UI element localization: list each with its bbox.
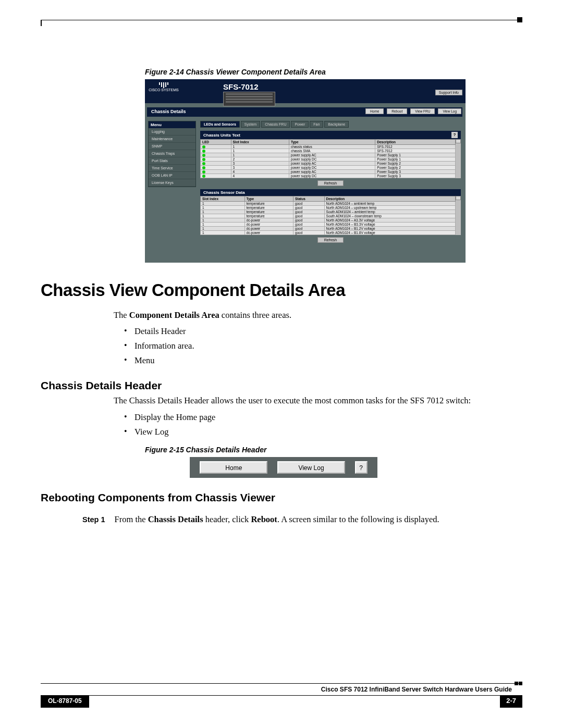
tab[interactable]: LEDs and Sensors <box>200 121 240 128</box>
tab[interactable]: Fan <box>310 121 323 128</box>
refresh-button[interactable]: Refresh <box>317 237 344 243</box>
cisco-logo: CISCO SYSTEMS <box>148 81 179 95</box>
step-1: Step 1 From the Chassis Details header, … <box>82 514 522 525</box>
menu-item[interactable]: Logging <box>149 128 195 135</box>
tab[interactable]: Backplane <box>324 121 349 128</box>
panel1-title: Chassis Units Text <box>203 133 240 138</box>
page-top-rule <box>41 20 522 27</box>
menu-item[interactable]: Port Stats <box>149 157 195 165</box>
tab[interactable]: Power <box>291 121 309 128</box>
header-button[interactable]: Home <box>365 108 384 114</box>
support-info-button[interactable]: Support Info <box>435 90 462 95</box>
panel2-title: Chassis Sensor Data <box>203 190 245 195</box>
product-title: SFS-7012 <box>223 82 259 91</box>
tasks-list: Display the Home pageView Log <box>124 412 522 437</box>
help-icon[interactable]: ? <box>451 132 458 138</box>
scrollbar[interactable] <box>456 196 461 235</box>
figure-2-15-screenshot: Home View Log ? <box>190 457 377 478</box>
chassis-sensor-panel: Chassis Sensor Data Slot IndexTypeStatus… <box>200 189 461 243</box>
header-buttons: HomeRebootView FRUView Log <box>365 108 461 114</box>
refresh-button[interactable]: Refresh <box>317 180 344 186</box>
subheading-rebooting: Rebooting Components from Chassis Viewer <box>41 491 522 504</box>
menu-item[interactable]: Time Service <box>149 165 195 172</box>
list-item: View Log <box>124 427 522 437</box>
chassis-units-table: LEDSlot IndexTypeDescription1chassis sta… <box>200 139 456 178</box>
view-log-button[interactable]: View Log <box>277 461 345 474</box>
section-heading: Chassis View Component Details Area <box>41 280 522 300</box>
details-header-paragraph: The Chassis Details Header allows the us… <box>114 395 522 406</box>
page-footer: Cisco SFS 7012 InfiniBand Server Switch … <box>41 683 522 708</box>
page-number: 2-7 <box>500 695 522 708</box>
header-button[interactable]: View FRU <box>410 108 435 114</box>
help-button[interactable]: ? <box>355 461 368 474</box>
menu-item[interactable]: SNMP <box>149 143 195 150</box>
chassis-units-panel: Chassis Units Text ? LEDSlot IndexTypeDe… <box>200 131 461 186</box>
header-button[interactable]: View Log <box>438 108 461 114</box>
scrollbar[interactable] <box>456 139 461 178</box>
doc-number: OL-8787-05 <box>41 695 89 708</box>
subheading-details-header: Chassis Details Header <box>41 379 522 392</box>
areas-list: Details HeaderInformation area.Menu <box>124 326 522 366</box>
list-item: Information area. <box>124 341 522 351</box>
menu-item[interactable]: License Keys <box>149 179 195 187</box>
step-label: Step 1 <box>82 514 105 525</box>
menu-item[interactable]: OOB LAN IP <box>149 172 195 179</box>
side-menu: Menu LoggingMaintenanceSNMPChassis Traps… <box>148 121 196 187</box>
list-item: Menu <box>124 355 522 366</box>
tab[interactable]: System <box>241 121 260 128</box>
menu-item[interactable]: Maintenance <box>149 135 195 143</box>
list-item: Display the Home page <box>124 412 522 423</box>
chassis-graphic <box>223 92 275 106</box>
figure-2-14-screenshot: CISCO SYSTEMS SFS-7012 Support Info Chas… <box>145 79 466 263</box>
figure-2-15-caption: Figure 2-15 Chassis Details Header <box>145 446 522 454</box>
figure-2-14-caption: Figure 2-14 Chassis Viewer Component Det… <box>145 68 522 76</box>
step-text: From the Chassis Details header, click R… <box>115 514 439 525</box>
home-button[interactable]: Home <box>200 461 267 474</box>
list-item: Details Header <box>124 326 522 337</box>
menu-item[interactable]: Chassis Traps <box>149 150 195 157</box>
intro-paragraph: The Component Details Area contains thre… <box>114 310 522 321</box>
tab-row: LEDs and SensorsSystemChassis FRUPowerFa… <box>200 121 461 128</box>
menu-header: Menu <box>149 121 195 128</box>
guide-title: Cisco SFS 7012 InfiniBand Server Switch … <box>41 684 522 695</box>
tab[interactable]: Chassis FRU <box>261 121 290 128</box>
header-button[interactable]: Reboot <box>387 108 407 114</box>
chassis-sensor-table: Slot IndexTypeStatusDescription1temperat… <box>200 196 456 235</box>
